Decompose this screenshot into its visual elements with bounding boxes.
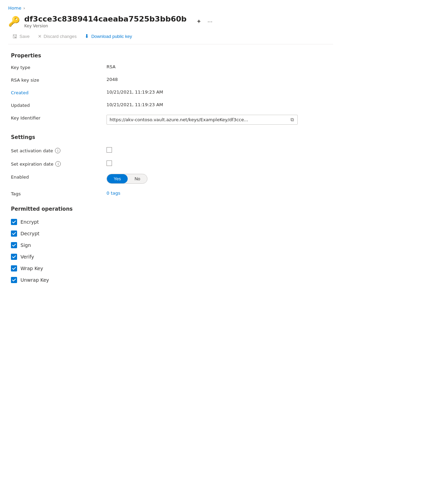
decrypt-operation: Decrypt [11, 230, 330, 237]
key-type-row: Key type RSA [11, 64, 330, 70]
content-area: Properties Key type RSA RSA key size 204… [8, 53, 333, 283]
sign-label: Sign [20, 242, 31, 248]
save-label: Save [19, 34, 30, 39]
activation-date-info-icon[interactable]: i [55, 148, 60, 153]
activation-date-row: Set activation date i [11, 147, 330, 154]
expiration-date-row: Set expiration date i [11, 160, 330, 167]
updated-value: 10/21/2021, 11:19:23 AM [107, 102, 330, 107]
enabled-value: Yes No [107, 174, 330, 184]
verify-label: Verify [20, 254, 34, 260]
sign-operation: Sign [11, 242, 330, 248]
decrypt-label: Decrypt [20, 231, 40, 236]
key-identifier-value: https://akv-contoso.vault.azure.net/keys… [107, 115, 330, 125]
activation-date-checkbox[interactable] [107, 147, 112, 153]
copy-key-id-button[interactable]: ⧉ [290, 117, 295, 123]
wrap-key-check-icon [12, 266, 16, 270]
pin-icon: ✦ [196, 18, 201, 25]
verify-check-icon [12, 255, 16, 259]
tags-link[interactable]: 0 tags [107, 191, 121, 196]
verify-checkbox[interactable] [11, 254, 17, 260]
breadcrumb: Home › [8, 5, 333, 11]
discard-label: Discard changes [44, 34, 77, 39]
key-id-box: https://akv-contoso.vault.azure.net/keys… [107, 115, 298, 125]
expiration-date-checkbox[interactable] [107, 160, 112, 166]
activation-date-text: Set activation date [11, 148, 53, 153]
key-id-text: https://akv-contoso.vault.azure.net/keys… [110, 117, 287, 122]
download-icon: ⬇ [85, 33, 89, 39]
wrap-key-label: Wrap Key [20, 266, 43, 271]
wrap-key-operation: Wrap Key [11, 265, 330, 271]
operations-section-title: Permitted operations [11, 206, 330, 212]
pin-button[interactable]: ✦ [195, 17, 203, 26]
breadcrumb-separator: › [23, 6, 25, 11]
sign-check-icon [12, 243, 16, 247]
enabled-label: Enabled [11, 174, 107, 180]
wrap-key-checkbox[interactable] [11, 265, 17, 271]
tags-value: 0 tags [107, 191, 330, 196]
properties-section-title: Properties [11, 53, 330, 59]
created-label: Created [11, 89, 107, 95]
discard-button[interactable]: ✕ Discard changes [34, 32, 81, 41]
encrypt-check-icon [12, 220, 16, 224]
key-icon: 🔑 [8, 17, 20, 26]
toggle-yes-button[interactable]: Yes [107, 174, 128, 183]
save-icon: 🖫 [12, 33, 17, 39]
expiration-date-text: Set expiration date [11, 162, 53, 167]
decrypt-checkbox[interactable] [11, 230, 17, 237]
updated-row: Updated 10/21/2021, 11:19:23 AM [11, 102, 330, 108]
download-public-key-button[interactable]: ⬇ Download public key [81, 31, 136, 41]
settings-section-title: Settings [11, 134, 330, 140]
enabled-row: Enabled Yes No [11, 174, 330, 184]
expiration-date-label: Set expiration date i [11, 160, 107, 167]
page-subtitle: Key Version [24, 24, 187, 28]
created-value: 10/21/2021, 11:19:23 AM [107, 89, 330, 95]
discard-icon: ✕ [38, 34, 42, 39]
rsa-key-size-row: RSA key size 2048 [11, 77, 330, 83]
encrypt-operation: Encrypt [11, 219, 330, 225]
save-button[interactable]: 🖫 Save [8, 31, 34, 41]
key-identifier-label: Key Identifier [11, 115, 107, 121]
tags-label: Tags [11, 191, 107, 196]
unwrap-key-operation: Unwrap Key [11, 277, 330, 283]
expiration-date-info-icon[interactable]: i [55, 161, 61, 167]
expiration-date-value [107, 160, 330, 167]
download-label: Download public key [91, 34, 132, 39]
decrypt-check-icon [12, 232, 16, 236]
tags-row: Tags 0 tags [11, 191, 330, 196]
key-type-value: RSA [107, 64, 330, 69]
unwrap-key-checkbox[interactable] [11, 277, 17, 283]
verify-operation: Verify [11, 254, 330, 260]
key-identifier-row: Key Identifier https://akv-contoso.vault… [11, 115, 330, 125]
encrypt-label: Encrypt [20, 219, 39, 225]
page-header: 🔑 df3cce3c8389414caeaba7525b3bb60b Key V… [8, 15, 333, 28]
title-block: df3cce3c8389414caeaba7525b3bb60b Key Ver… [24, 15, 187, 28]
operations-list: Encrypt Decrypt Sign [11, 219, 330, 283]
toolbar: 🖫 Save ✕ Discard changes ⬇ Download publ… [8, 31, 333, 44]
created-row: Created 10/21/2021, 11:19:23 AM [11, 89, 330, 95]
ellipsis-icon: ··· [208, 18, 213, 25]
toggle-no-button[interactable]: No [128, 174, 147, 183]
breadcrumb-home-link[interactable]: Home [8, 5, 21, 11]
sign-checkbox[interactable] [11, 242, 17, 248]
updated-label: Updated [11, 102, 107, 108]
encrypt-checkbox[interactable] [11, 219, 17, 225]
header-actions: ✦ ··· [195, 17, 214, 26]
unwrap-key-label: Unwrap Key [20, 277, 49, 283]
copy-icon: ⧉ [291, 117, 294, 123]
page-title: df3cce3c8389414caeaba7525b3bb60b [24, 15, 187, 24]
unwrap-key-check-icon [12, 278, 16, 282]
activation-date-label: Set activation date i [11, 147, 107, 153]
rsa-key-size-value: 2048 [107, 77, 330, 82]
key-type-label: Key type [11, 64, 107, 70]
rsa-key-size-label: RSA key size [11, 77, 107, 83]
activation-date-value [107, 147, 330, 154]
more-options-button[interactable]: ··· [206, 17, 214, 26]
enabled-toggle[interactable]: Yes No [107, 174, 147, 184]
